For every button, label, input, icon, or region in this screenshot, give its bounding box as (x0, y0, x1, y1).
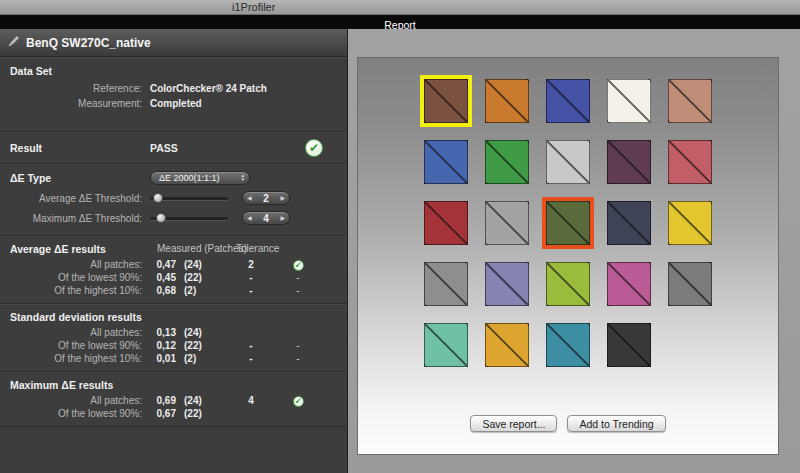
color-patch-7[interactable] (485, 140, 529, 184)
measured-value: 0,67 (150, 408, 176, 419)
color-patch-17[interactable] (485, 262, 529, 306)
de-type-select[interactable]: ΔE 2000(1:1:1) ▲ ▼ (150, 171, 250, 185)
save-report-button[interactable]: Save report... (470, 415, 557, 432)
result-row-label: All patches: (0, 259, 150, 270)
patch-count: (24) (184, 259, 218, 270)
color-patch-4[interactable] (607, 79, 651, 123)
stepper-increment-icon[interactable]: ▶ (280, 191, 285, 205)
result-row: All patches:0,13(24) (0, 326, 347, 339)
stepper-increment-icon[interactable]: ▶ (280, 211, 285, 225)
color-patch-6[interactable] (424, 140, 468, 184)
measured-value: 0,12 (150, 340, 176, 351)
de-type-section: ΔE Type ΔE 2000(1:1:1) ▲ ▼ Average ΔE Th… (0, 164, 347, 236)
color-patch-13[interactable] (546, 201, 590, 245)
color-patch-8[interactable] (546, 140, 590, 184)
max-threshold-slider-thumb[interactable] (156, 213, 166, 223)
color-patch-2[interactable] (485, 79, 529, 123)
std-deviation-results-section: Standard deviation results All patches:0… (0, 304, 347, 372)
measured-value: 0,13 (150, 327, 176, 338)
profile-name: BenQ SW270C_native (26, 36, 151, 50)
row-pass-check-icon: ✔ (293, 396, 304, 407)
stepper-decrement-icon[interactable]: ◀ (247, 211, 252, 225)
result-row-label: Of the lowest 90%: (0, 340, 150, 351)
result-pass-icon: ✔ (305, 139, 323, 157)
color-patch-15[interactable] (668, 201, 712, 245)
maximum-de-results-section: Maximum ΔE results All patches:0,69(24)4… (0, 372, 347, 427)
result-row: Of the lowest 90%:0,45(22)-- (0, 271, 347, 284)
report-area: Save report... Add to Trending (348, 29, 800, 473)
measurement-label: Measurement: (0, 98, 150, 109)
color-patch-12[interactable] (485, 201, 529, 245)
row-status: - (276, 285, 320, 296)
reference-label: Reference: (0, 83, 150, 94)
tolerance-value: - (226, 272, 276, 283)
avg-threshold-slider[interactable] (150, 197, 228, 200)
measured-value: 0,45 (150, 272, 176, 283)
profile-edit-icon (8, 35, 20, 50)
result-row: Of the highest 10%:0,01(2)-- (0, 352, 347, 365)
color-patch-23[interactable] (546, 323, 590, 367)
tolerance-value: 4 (226, 395, 276, 406)
no-status-dash: - (296, 353, 299, 364)
average-results-title: Average ΔE results (10, 243, 106, 255)
result-row-label: All patches: (0, 395, 150, 406)
color-patch-1[interactable] (424, 79, 468, 123)
max-threshold-slider[interactable] (150, 217, 228, 220)
no-status-dash: - (296, 340, 299, 351)
de-type-label: ΔE Type (0, 172, 150, 184)
data-set-title: Data Set (0, 65, 347, 81)
row-pass-check-icon: ✔ (293, 260, 304, 271)
reference-row: Reference: ColorChecker® 24 Patch (0, 81, 347, 96)
avg-threshold-stepper[interactable]: ◀ 2 ▶ (242, 191, 290, 205)
view-tab-bar: Report (0, 15, 800, 29)
patch-count: (24) (184, 395, 218, 406)
max-threshold-stepper[interactable]: ◀ 4 ▶ (242, 211, 290, 225)
color-patch-24[interactable] (607, 323, 651, 367)
color-patch-11[interactable] (424, 201, 468, 245)
color-patch-16[interactable] (424, 262, 468, 306)
color-patch-22[interactable] (485, 323, 529, 367)
measured-value: 0,68 (150, 285, 176, 296)
max-threshold-label: Maximum ΔE Threshold: (0, 213, 150, 224)
measured-value: 0,01 (150, 353, 176, 364)
color-patch-10[interactable] (668, 140, 712, 184)
row-status: ✔ (276, 259, 320, 271)
result-row: All patches:0,69(24)4✔ (0, 394, 347, 407)
result-row-label: Of the highest 10%: (0, 285, 150, 296)
color-patch-9[interactable] (607, 140, 651, 184)
color-patch-19[interactable] (607, 262, 651, 306)
settings-panel: BenQ SW270C_native Data Set Reference: C… (0, 29, 348, 473)
data-set-section: Data Set Reference: ColorChecker® 24 Pat… (0, 57, 347, 132)
max-threshold-value: 4 (263, 213, 269, 224)
color-patch-5[interactable] (668, 79, 712, 123)
color-patch-21[interactable] (424, 323, 468, 367)
color-patch-20[interactable] (668, 262, 712, 306)
color-patch-3[interactable] (546, 79, 590, 123)
add-to-trending-button[interactable]: Add to Trending (567, 415, 665, 432)
measurement-value: Completed (150, 98, 202, 109)
patch-count: (22) (184, 408, 218, 419)
result-label: Result (0, 142, 150, 154)
result-row-label: Of the lowest 90%: (0, 272, 150, 283)
tolerance-value: - (226, 285, 276, 296)
result-section: Result PASS ✔ (0, 132, 347, 164)
result-row: All patches:0,47(24)2✔ (0, 258, 347, 271)
result-row-label: All patches: (0, 327, 150, 338)
color-patch-18[interactable] (546, 262, 590, 306)
tolerance-value: - (226, 340, 276, 351)
row-status: - (276, 272, 320, 283)
avg-threshold-label: Average ΔE Threshold: (0, 193, 150, 204)
window-titlebar: i1Profiler (0, 0, 800, 15)
avg-threshold-slider-thumb[interactable] (153, 193, 163, 203)
patch-count: (24) (184, 327, 218, 338)
de-type-selected-value: ΔE 2000(1:1:1) (159, 173, 220, 183)
profile-header: BenQ SW270C_native (0, 29, 347, 57)
color-patch-14[interactable] (607, 201, 651, 245)
tolerance-value: - (226, 353, 276, 364)
measured-value: 0,47 (150, 259, 176, 270)
tolerance-column-header: Tolerance (236, 243, 279, 254)
stepper-decrement-icon[interactable]: ◀ (247, 191, 252, 205)
row-status: - (276, 353, 320, 364)
result-row-label: Of the lowest 90%: (0, 408, 150, 419)
no-status-dash: - (296, 272, 299, 283)
